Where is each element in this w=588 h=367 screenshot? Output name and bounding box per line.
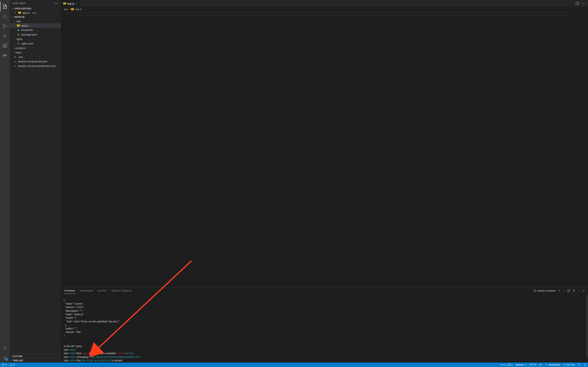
file-compose-dev[interactable]: ◈ docker-compose.dev.yml bbox=[10, 59, 61, 64]
timeline-section[interactable]: ›TIMELINE bbox=[10, 358, 61, 363]
svg-rect-8 bbox=[5, 44, 7, 45]
status-feedback-icon[interactable] bbox=[578, 363, 581, 366]
tabs-bar: JS app.js × bbox=[61, 0, 588, 7]
code-editor[interactable]: 1 bbox=[61, 11, 588, 287]
svg-point-19 bbox=[583, 3, 584, 4]
explorer-title: EXPLORER bbox=[13, 2, 26, 4]
activity-bar: 1 bbox=[0, 0, 10, 363]
line-number: 1 bbox=[61, 12, 68, 15]
js-file-icon: JS bbox=[17, 25, 20, 26]
settings-badge: 1 bbox=[5, 358, 8, 361]
split-editor-icon[interactable] bbox=[576, 2, 579, 5]
extensions-icon[interactable] bbox=[0, 41, 10, 50]
project-section[interactable]: ⌄PROGLIB bbox=[10, 15, 61, 19]
terminal-scrollbar[interactable] bbox=[586, 295, 588, 358]
js-file-icon: JS bbox=[71, 8, 74, 10]
file-compose-prod[interactable]: ◈ docker-compose.production.yml bbox=[10, 64, 61, 68]
open-editors-section[interactable]: ⌄OPEN EDITORS bbox=[10, 7, 61, 10]
status-lncol[interactable]: Ln 1, Col 1 bbox=[501, 363, 513, 366]
explorer-more-icon[interactable]: ••• bbox=[54, 2, 58, 4]
svg-point-14 bbox=[4, 346, 6, 348]
svg-point-20 bbox=[584, 3, 585, 4]
status-golive[interactable]: Go Live bbox=[563, 363, 575, 366]
new-terminal-icon[interactable] bbox=[558, 289, 561, 292]
breadcrumb-segment[interactable]: app bbox=[64, 8, 68, 11]
close-panel-icon[interactable] bbox=[582, 289, 585, 292]
svg-rect-12 bbox=[4, 54, 4, 55]
open-editor-item[interactable]: × JS app.js app bbox=[10, 10, 61, 15]
status-encoding[interactable]: UTF-8 bbox=[529, 363, 536, 366]
search-icon[interactable] bbox=[0, 11, 10, 21]
tab-debug-console[interactable]: DEBUG CONSOLE bbox=[112, 288, 132, 294]
file-nginx-conf[interactable]: ⚙ nginx.conf bbox=[10, 41, 61, 46]
breadcrumb[interactable]: app › JS app.js bbox=[61, 7, 588, 11]
explorer-icon[interactable] bbox=[0, 2, 10, 11]
breadcrumb-segment[interactable]: app.js bbox=[75, 8, 82, 11]
tab-label: app.js bbox=[67, 2, 75, 5]
svg-point-0 bbox=[3, 15, 6, 17]
file-dockerfile[interactable]: 🐳 Dockerfile bbox=[10, 28, 61, 32]
status-warnings[interactable]: 0 bbox=[9, 363, 15, 366]
split-terminal-icon[interactable] bbox=[568, 289, 571, 292]
svg-rect-7 bbox=[5, 46, 7, 48]
svg-point-4 bbox=[4, 37, 4, 38]
status-errors[interactable]: 0 bbox=[2, 363, 7, 366]
terminal-name[interactable]: docker-compose bbox=[534, 289, 556, 292]
tab-output[interactable]: OUTPUT bbox=[98, 288, 107, 294]
editor-area: JS app.js × app › JS app.js 1 bbox=[61, 0, 588, 363]
folder-nginx[interactable]: ⌄ nginx bbox=[10, 37, 61, 41]
status-eol[interactable]: LF bbox=[539, 363, 542, 366]
maximize-panel-icon[interactable] bbox=[577, 289, 580, 292]
file-env[interactable]: ⚙ .env bbox=[10, 55, 61, 59]
svg-point-15 bbox=[4, 357, 6, 358]
status-language[interactable]: JavaScript bbox=[545, 363, 560, 366]
tab-terminal[interactable]: TERMINAL bbox=[64, 288, 76, 294]
accounts-icon[interactable] bbox=[0, 343, 10, 353]
bottom-panel: TERMINAL PROBLEMS OUTPUT DEBUG CONSOLE d… bbox=[61, 287, 588, 363]
svg-rect-5 bbox=[3, 44, 5, 45]
conf-file-icon: ⚙ bbox=[17, 42, 20, 45]
svg-point-26 bbox=[564, 364, 565, 365]
status-bell-icon[interactable] bbox=[584, 363, 586, 366]
compose-file-icon: ◈ bbox=[13, 60, 17, 63]
js-file-icon: JS bbox=[18, 12, 21, 14]
settings-gear-icon[interactable]: 1 bbox=[0, 353, 10, 363]
close-tab-icon[interactable]: × bbox=[76, 2, 77, 5]
svg-point-1 bbox=[3, 25, 4, 25]
compose-file-icon: ◈ bbox=[13, 64, 17, 67]
json-file-icon: {} bbox=[17, 33, 20, 36]
svg-rect-13 bbox=[5, 54, 5, 55]
terminal-output[interactable]: { "name": "server", "version": "1.0.0", … bbox=[61, 294, 588, 363]
folder-app[interactable]: ⌄ app bbox=[10, 19, 61, 23]
docker-icon[interactable] bbox=[0, 50, 10, 60]
close-icon[interactable]: × bbox=[13, 11, 17, 14]
status-bar: 0 0 Ln 1, Col 1 Spaces: 2 UTF-8 LF JavaS… bbox=[0, 363, 588, 367]
file-app-js[interactable]: JS app.js bbox=[10, 23, 61, 28]
terminal-dropdown-icon[interactable] bbox=[563, 289, 566, 292]
kill-terminal-icon[interactable] bbox=[572, 289, 575, 292]
folder-static[interactable]: › static bbox=[10, 50, 61, 55]
file-package-json[interactable]: {} package.json bbox=[10, 32, 61, 37]
svg-point-3 bbox=[6, 26, 7, 27]
explorer-sidebar: EXPLORER ••• ⌄OPEN EDITORS × JS app.js a… bbox=[10, 0, 61, 363]
folder-postgres[interactable]: › postgres bbox=[10, 46, 61, 50]
svg-rect-6 bbox=[3, 46, 5, 48]
outline-section[interactable]: ›OUTLINE bbox=[10, 354, 61, 358]
docker-file-icon: 🐳 bbox=[17, 28, 20, 32]
source-control-icon[interactable] bbox=[0, 21, 10, 31]
env-file-icon: ⚙ bbox=[13, 55, 17, 58]
terminal-icon bbox=[534, 289, 536, 292]
svg-point-2 bbox=[3, 27, 4, 28]
tab-problems[interactable]: PROBLEMS bbox=[80, 288, 93, 294]
svg-point-18 bbox=[582, 3, 583, 4]
run-debug-icon[interactable] bbox=[0, 31, 10, 41]
more-actions-icon[interactable] bbox=[582, 2, 585, 5]
svg-rect-21 bbox=[534, 290, 536, 292]
js-file-icon: JS bbox=[63, 2, 66, 4]
tab-app-js[interactable]: JS app.js × bbox=[61, 0, 80, 7]
status-spaces[interactable]: Spaces: 2 bbox=[516, 363, 526, 366]
